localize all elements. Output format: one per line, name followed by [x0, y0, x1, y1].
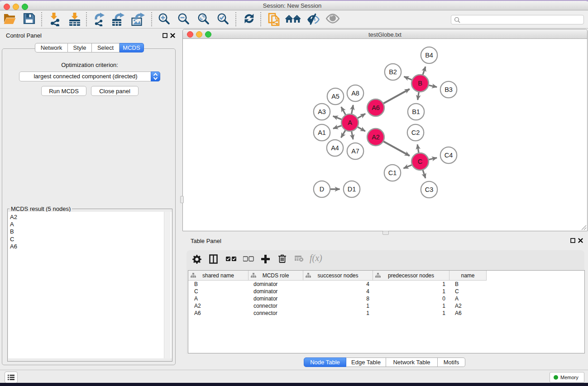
svg-text:B2: B2	[389, 68, 397, 76]
svg-text:B1: B1	[412, 108, 420, 115]
svg-text:A1: A1	[318, 129, 326, 136]
svg-text:B3: B3	[445, 86, 453, 93]
svg-text:B4: B4	[425, 52, 433, 59]
svg-text:A3: A3	[318, 108, 326, 115]
svg-text:C3: C3	[425, 186, 434, 193]
svg-text:A7: A7	[351, 148, 359, 155]
svg-text:C1: C1	[388, 169, 397, 176]
svg-text:B: B	[418, 80, 422, 87]
svg-text:C2: C2	[411, 129, 420, 136]
svg-text:A: A	[348, 119, 352, 126]
svg-text:A4: A4	[331, 144, 339, 152]
svg-text:A2: A2	[372, 133, 380, 141]
svg-text:D: D	[320, 186, 324, 193]
svg-text:D1: D1	[348, 186, 356, 193]
svg-text:A6: A6	[372, 104, 380, 111]
svg-text:C: C	[418, 158, 422, 165]
svg-text:A8: A8	[351, 90, 359, 97]
svg-text:A5: A5	[331, 93, 339, 100]
svg-text:C4: C4	[445, 152, 453, 159]
